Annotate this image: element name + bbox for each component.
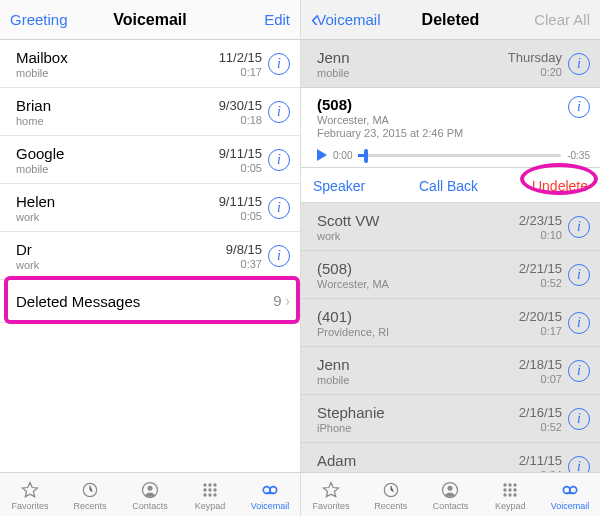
tab-label: Favorites (301, 501, 361, 511)
message-duration: 0:18 (219, 114, 262, 126)
contact-label: work (317, 230, 519, 242)
svg-point-11 (213, 493, 216, 496)
svg-point-18 (504, 483, 507, 486)
list-item[interactable]: StephanieiPhone2/16/150:52i (301, 395, 600, 443)
svg-point-8 (213, 488, 216, 491)
undelete-button[interactable]: Undelete (532, 178, 588, 194)
message-duration: 0:10 (519, 229, 562, 241)
speaker-button[interactable]: Speaker (313, 178, 365, 194)
info-icon[interactable]: i (268, 101, 290, 123)
tab-contacts[interactable]: Contacts (120, 479, 180, 511)
tab-favorites[interactable]: Favorites (301, 479, 361, 511)
deleted-messages-row[interactable]: Deleted Messages9› (0, 279, 300, 323)
deleted-content: Jenn mobile Thursday 0:20 i (508) Worces… (301, 40, 600, 472)
svg-point-19 (509, 483, 512, 486)
info-icon[interactable]: i (568, 408, 590, 430)
tab-voicemail[interactable]: Voicemail (240, 479, 300, 511)
svg-point-13 (270, 486, 277, 493)
message-duration: 0:20 (508, 66, 562, 78)
svg-point-2 (148, 485, 153, 490)
svg-point-23 (514, 488, 517, 491)
edit-button[interactable]: Edit (200, 11, 290, 28)
list-item[interactable]: Mailboxmobile11/2/150:17i (0, 40, 300, 88)
greeting-button[interactable]: Greeting (10, 11, 100, 28)
info-icon[interactable]: i (568, 216, 590, 238)
list-item[interactable]: Jennmobile2/18/150:07i (301, 347, 600, 395)
tab-label: Voicemail (540, 501, 600, 511)
voicemail-pane: Greeting Voicemail Edit Mailboxmobile11/… (0, 0, 300, 516)
grid-icon (480, 479, 540, 501)
list-item[interactable]: (508)Worcester, MA2/21/150:52i (301, 251, 600, 299)
info-icon[interactable]: i (568, 360, 590, 382)
message-duration: 0:37 (226, 258, 262, 270)
svg-point-21 (504, 488, 507, 491)
list-item[interactable]: Brianhome9/30/150:18i (0, 88, 300, 136)
list-item[interactable]: Drwork9/8/150:37i (0, 232, 300, 280)
tab-label: Contacts (120, 501, 180, 511)
clear-all-button[interactable]: Clear All (500, 11, 590, 28)
callback-button[interactable]: Call Back (419, 178, 478, 194)
tab-label: Voicemail (240, 501, 300, 511)
message-duration: 0:07 (519, 373, 562, 385)
message-date: 9/11/15 (219, 194, 262, 209)
contact-label: work (16, 259, 226, 271)
message-duration: 0:17 (219, 66, 262, 78)
info-icon[interactable]: i (268, 149, 290, 171)
tab-recents[interactable]: Recents (361, 479, 421, 511)
list-item[interactable]: Helenwork9/11/150:05i (0, 184, 300, 232)
info-icon[interactable]: i (568, 264, 590, 286)
contact-name: Brian (16, 97, 219, 114)
message-duration: 0:05 (219, 210, 262, 222)
star-icon (0, 479, 60, 501)
deleted-count: 9 (273, 292, 281, 309)
svg-point-4 (208, 483, 211, 486)
svg-point-5 (213, 483, 216, 486)
info-icon[interactable]: i (268, 197, 290, 219)
list-item[interactable]: (401)Providence, RI2/20/150:17i (301, 299, 600, 347)
elapsed-time: 0:00 (333, 150, 352, 161)
contact-name: Dr (16, 241, 226, 258)
play-icon[interactable] (317, 149, 327, 161)
message-duration: 0:52 (519, 277, 562, 289)
info-icon[interactable]: i (268, 245, 290, 267)
back-button[interactable]: ‹ Voicemail (311, 9, 401, 31)
tab-bar: FavoritesRecentsContactsKeypadVoicemail (301, 472, 600, 516)
info-icon[interactable]: i (568, 456, 590, 473)
contact-name: Helen (16, 193, 219, 210)
tab-label: Recents (60, 501, 120, 511)
clock-icon (60, 479, 120, 501)
tab-keypad[interactable]: Keypad (480, 479, 540, 511)
tab-contacts[interactable]: Contacts (421, 479, 481, 511)
svg-point-12 (263, 486, 270, 493)
message-date: 2/23/15 (519, 213, 562, 228)
clock-icon (361, 479, 421, 501)
message-date: 9/8/15 (226, 242, 262, 257)
player-timestamp: February 23, 2015 at 2:46 PM (317, 127, 463, 139)
svg-point-10 (208, 493, 211, 496)
contact-label: mobile (16, 67, 219, 79)
info-icon[interactable]: i (568, 312, 590, 334)
tab-keypad[interactable]: Keypad (180, 479, 240, 511)
message-date: 9/11/15 (219, 146, 262, 161)
list-item[interactable]: Jenn mobile Thursday 0:20 i (301, 40, 600, 88)
tab-recents[interactable]: Recents (60, 479, 120, 511)
player-number: (508) (317, 96, 463, 113)
svg-point-9 (203, 493, 206, 496)
list-item[interactable]: Adammobile2/11/150:34i (301, 443, 600, 472)
message-duration: 0:17 (519, 325, 562, 337)
info-icon[interactable]: i (568, 53, 590, 75)
message-date: 2/21/15 (519, 261, 562, 276)
list-item[interactable]: Scott VWwork2/23/150:10i (301, 203, 600, 251)
contact-name: (508) (317, 260, 519, 277)
tab-favorites[interactable]: Favorites (0, 479, 60, 511)
info-icon[interactable]: i (268, 53, 290, 75)
list-item[interactable]: Googlemobile9/11/150:05i (0, 136, 300, 184)
tab-voicemail[interactable]: Voicemail (540, 479, 600, 511)
navbar-title: Voicemail (100, 11, 200, 29)
svg-point-3 (203, 483, 206, 486)
tab-bar: FavoritesRecentsContactsKeypadVoicemail (0, 472, 300, 516)
scrub-track[interactable] (358, 154, 561, 157)
info-icon[interactable]: i (568, 96, 590, 118)
contact-label: mobile (16, 163, 219, 175)
deleted-list: Scott VWwork2/23/150:10i(508)Worcester, … (301, 203, 600, 472)
